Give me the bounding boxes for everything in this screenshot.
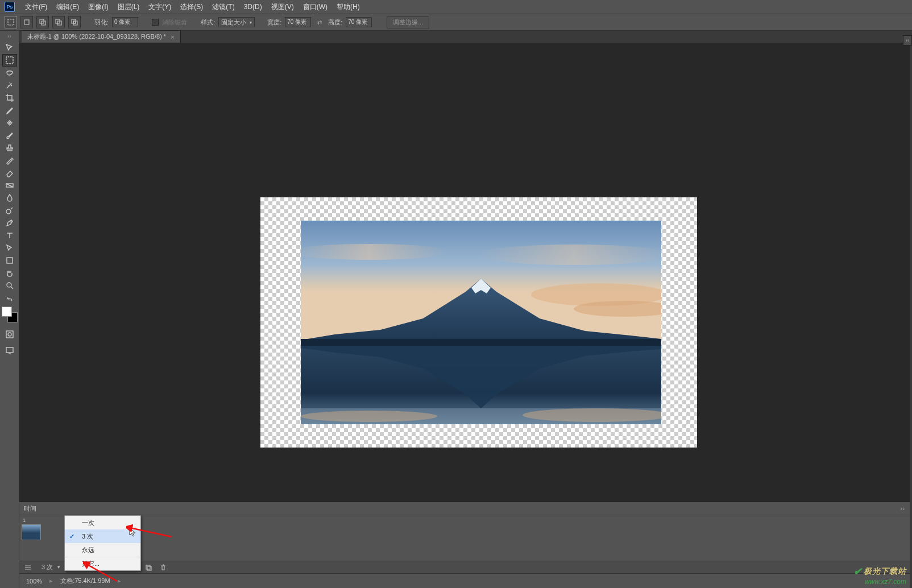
zoom-tool[interactable] xyxy=(2,279,17,292)
delete-frame-button[interactable] xyxy=(158,563,168,572)
magic-wand-tool[interactable] xyxy=(2,79,17,92)
menu-text[interactable]: 文字(Y) xyxy=(144,0,176,14)
menu-filter[interactable]: 滤镜(T) xyxy=(208,0,239,14)
shape-tool[interactable] xyxy=(2,254,17,267)
svg-point-25 xyxy=(301,411,437,422)
svg-rect-31 xyxy=(146,565,150,569)
screenmode-toggle[interactable] xyxy=(2,344,17,357)
move-tool[interactable] xyxy=(2,42,17,54)
width-label: 宽度: xyxy=(267,18,281,27)
document-canvas[interactable] xyxy=(260,197,697,448)
height-label: 高度: xyxy=(328,18,342,27)
toolbar-collapse-icon[interactable]: ›› xyxy=(7,33,11,39)
watermark-line2: www.xz7.com xyxy=(853,578,906,586)
current-tool-indicator[interactable] xyxy=(5,16,17,28)
svg-rect-22 xyxy=(301,339,661,347)
blur-tool[interactable] xyxy=(2,192,17,204)
width-input[interactable] xyxy=(285,17,311,27)
feather-input[interactable] xyxy=(112,17,138,27)
loop-option-forever[interactable]: 永远 xyxy=(65,543,140,557)
loop-options-popup: 一次 ✓ 3 次 永远 其它... xyxy=(64,515,141,571)
menu-file[interactable]: 文件(F) xyxy=(20,0,52,14)
menu-edit[interactable]: 编辑(E) xyxy=(52,0,84,14)
svg-point-15 xyxy=(8,333,11,336)
right-dock xyxy=(910,31,912,588)
feather-label: 羽化: xyxy=(94,18,109,27)
selection-mode-add[interactable] xyxy=(36,16,49,28)
svg-rect-16 xyxy=(6,347,13,353)
svg-rect-1 xyxy=(24,20,29,24)
style-value: 固定大小 xyxy=(221,18,246,27)
marquee-tool[interactable] xyxy=(2,54,17,67)
swap-colors-icon[interactable] xyxy=(2,295,17,303)
menu-help[interactable]: 帮助(H) xyxy=(332,0,364,14)
loop-option-once[interactable]: 一次 xyxy=(65,516,140,529)
svg-point-19 xyxy=(477,245,661,265)
path-selection-tool[interactable] xyxy=(2,242,17,254)
style-select[interactable]: 固定大小 ▾ xyxy=(218,17,255,27)
menu-select[interactable]: 选择(S) xyxy=(176,0,208,14)
timeline-convert-icon[interactable] xyxy=(23,563,33,572)
close-icon[interactable]: × xyxy=(171,34,174,40)
crop-tool[interactable] xyxy=(2,92,17,104)
status-label: 文档: xyxy=(60,577,74,584)
menu-bar: Ps 文件(F) 编辑(E) 图像(I) 图层(L) 文字(Y) 选择(S) 滤… xyxy=(0,0,912,14)
eyedropper-tool[interactable] xyxy=(2,104,17,117)
timeline-panel-collapse-icon[interactable]: ›› xyxy=(900,506,905,512)
menu-view[interactable]: 视图(V) xyxy=(267,0,299,14)
stamp-tool[interactable] xyxy=(2,142,17,154)
canvas-area[interactable] xyxy=(19,43,910,502)
history-brush-tool[interactable] xyxy=(2,154,17,167)
brush-tool[interactable] xyxy=(2,129,17,142)
quickmask-toggle[interactable] xyxy=(2,328,17,341)
anti-alias-checkbox xyxy=(152,19,159,26)
chevron-right-icon[interactable]: ▸ xyxy=(49,578,53,584)
svg-rect-0 xyxy=(8,19,14,25)
document-tab-title: 未标题-1 @ 100% (2022-10-04_093128, RGB/8) … xyxy=(27,32,166,41)
height-input[interactable] xyxy=(346,17,372,27)
loop-count-select[interactable]: 3 次 ▼ xyxy=(38,562,65,573)
healing-tool[interactable] xyxy=(2,117,17,129)
menu-image[interactable]: 图像(I) xyxy=(84,0,113,14)
foreground-color-swatch[interactable] xyxy=(2,307,12,317)
foreground-background-colors[interactable] xyxy=(2,307,18,322)
loop-option-3times[interactable]: ✓ 3 次 xyxy=(65,529,140,543)
pen-tool[interactable] xyxy=(2,217,17,229)
svg-rect-32 xyxy=(147,566,151,570)
chevron-right-icon[interactable]: ▸ xyxy=(117,578,122,584)
tool-bar: ›› xyxy=(0,31,19,588)
gradient-tool[interactable] xyxy=(2,179,17,192)
document-tab[interactable]: 未标题-1 @ 100% (2022-10-04_093128, RGB/8) … xyxy=(22,30,181,43)
swap-dimensions-icon[interactable]: ⇄ xyxy=(314,18,325,27)
status-info: 文档:75.4K/1.99M xyxy=(60,577,110,585)
check-icon: ✓ xyxy=(69,533,74,540)
timeline-frame-thumbnail xyxy=(22,524,41,540)
chevron-down-icon: ▼ xyxy=(56,565,61,570)
timeline-frame[interactable]: 1 xyxy=(22,517,41,540)
anti-alias-label: 消除锯齿 xyxy=(162,18,187,27)
menu-3d[interactable]: 3D(D) xyxy=(239,1,267,13)
refine-edge-button[interactable]: 调整边缘... xyxy=(387,16,429,28)
dodge-tool[interactable] xyxy=(2,204,17,217)
svg-rect-12 xyxy=(7,258,13,263)
lasso-tool[interactable] xyxy=(2,67,17,79)
watermark-line1: 极光下载站 xyxy=(864,566,906,575)
duplicate-frame-button[interactable] xyxy=(143,563,154,572)
type-tool[interactable] xyxy=(2,229,17,242)
selection-mode-intersect[interactable] xyxy=(68,16,81,28)
selection-mode-subtract[interactable] xyxy=(52,16,65,28)
menu-window[interactable]: 窗口(W) xyxy=(299,0,332,14)
status-bar: 100% ▸ 文档:75.4K/1.99M ▸ xyxy=(19,573,910,588)
right-panel-collapse-icon[interactable]: ‹‹ xyxy=(903,35,912,45)
image-layer xyxy=(301,221,661,424)
svg-point-11 xyxy=(6,209,11,214)
menu-layer[interactable]: 图层(L) xyxy=(113,0,144,14)
hand-tool[interactable] xyxy=(2,267,17,279)
loop-option-other[interactable]: 其它... xyxy=(65,557,140,570)
eraser-tool[interactable] xyxy=(2,167,17,179)
zoom-value[interactable]: 100% xyxy=(26,578,42,585)
style-label: 样式: xyxy=(201,18,215,27)
selection-mode-new[interactable] xyxy=(20,16,33,28)
svg-point-13 xyxy=(7,283,11,287)
watermark: ✔极光下载站 www.xz7.com xyxy=(853,565,906,586)
